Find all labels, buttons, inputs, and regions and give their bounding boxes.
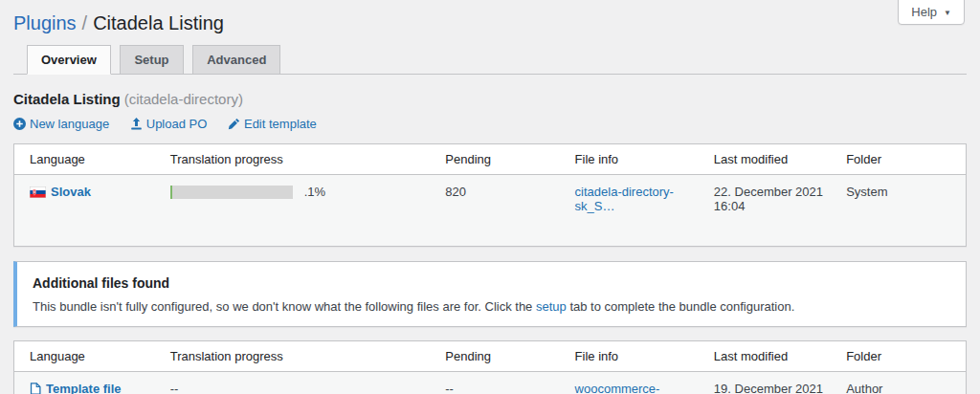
additional-files-table: Language Translation progress Pending Fi… — [13, 340, 967, 394]
last-modified-value: 22. December 2021 16:04 — [704, 175, 836, 247]
setup-tab-link[interactable]: setup — [536, 299, 567, 314]
col-file-info: File info — [566, 341, 704, 372]
bundle-slug: (citadela-directory) — [124, 91, 243, 107]
breadcrumb-plugins-link[interactable]: Plugins — [13, 12, 77, 33]
edit-template-label: Edit template — [244, 117, 317, 131]
pencil-icon — [228, 118, 240, 130]
file-info-link[interactable]: citadela-directory-sk_S… — [575, 185, 674, 213]
progress-placeholder: -- — [161, 372, 436, 394]
language-link-slovak[interactable]: Slovak — [51, 185, 91, 199]
tab-overview[interactable]: Overview — [27, 45, 111, 75]
slovakia-flag-icon — [30, 186, 46, 198]
help-button[interactable]: Help▼ — [898, 0, 965, 25]
col-folder: Folder — [836, 144, 966, 175]
progress-bar-track — [170, 186, 293, 199]
col-folder: Folder — [836, 341, 966, 372]
new-language-link[interactable]: New language — [13, 117, 109, 131]
progress-bar-fill — [170, 186, 172, 199]
tab-advanced[interactable]: Advanced — [192, 45, 280, 75]
breadcrumb: Plugins/Citadela Listing — [13, 12, 967, 34]
notice-text-before: This bundle isn't fully configured, so w… — [33, 299, 536, 314]
upload-po-link[interactable]: Upload PO — [130, 117, 208, 131]
pending-placeholder: -- — [435, 372, 565, 394]
folder-value: Author — [836, 372, 966, 394]
notice-title: Additional files found — [33, 275, 950, 291]
col-language: Language — [14, 341, 161, 372]
help-button-label: Help — [911, 5, 937, 19]
col-last-modified: Last modified — [704, 341, 836, 372]
col-pending: Pending — [435, 144, 565, 175]
col-last-modified: Last modified — [704, 144, 836, 175]
notice-text-after: tab to complete the bundle configuration… — [567, 299, 795, 314]
pending-count: 820 — [435, 175, 565, 247]
upload-po-label: Upload PO — [146, 117, 208, 131]
document-icon — [30, 383, 41, 394]
file-info-link[interactable]: woocommerce-subscri… — [575, 382, 660, 394]
col-pending: Pending — [435, 341, 565, 372]
notice-message: This bundle isn't fully configured, so w… — [33, 299, 950, 314]
template-file-link[interactable]: Template file — [46, 382, 122, 394]
col-file-info: File info — [566, 144, 704, 175]
bundle-name: Citadela Listing — [13, 91, 121, 107]
col-language: Language — [14, 144, 161, 175]
plus-circle-icon — [13, 118, 26, 130]
installed-table-header-row: Language Translation progress Pending Fi… — [14, 144, 967, 175]
table-row-template-file: Template file -- -- woocommerce-subscri…… — [14, 372, 967, 394]
action-links: New language Upload PO Edit template — [13, 117, 967, 131]
upload-icon — [130, 118, 143, 130]
edit-template-link[interactable]: Edit template — [228, 117, 317, 131]
installed-languages-table: Language Translation progress Pending Fi… — [13, 143, 967, 247]
table-row-slovak: Slovak .1% 820 citadela-directory-sk_S… … — [14, 175, 967, 247]
translation-progress: .1% — [170, 185, 427, 199]
page-content: Plugins/Citadela Listing Overview Setup … — [0, 12, 980, 394]
breadcrumb-separator: / — [82, 12, 88, 33]
additional-files-notice: Additional files found This bundle isn't… — [13, 261, 967, 327]
last-modified-value: 19. December 2021 9:44 — [704, 372, 836, 394]
progress-percent-label: .1% — [304, 185, 325, 199]
tab-setup[interactable]: Setup — [120, 45, 183, 75]
folder-value: System — [836, 175, 966, 247]
tab-bar: Overview Setup Advanced — [13, 45, 967, 75]
caret-down-icon: ▼ — [944, 9, 951, 17]
col-progress: Translation progress — [161, 341, 436, 372]
col-progress: Translation progress — [161, 144, 436, 175]
bundle-heading: Citadela Listing(citadela-directory) — [13, 91, 967, 107]
additional-table-header-row: Language Translation progress Pending Fi… — [14, 341, 967, 372]
new-language-label: New language — [30, 117, 109, 131]
breadcrumb-current: Citadela Listing — [93, 12, 224, 33]
